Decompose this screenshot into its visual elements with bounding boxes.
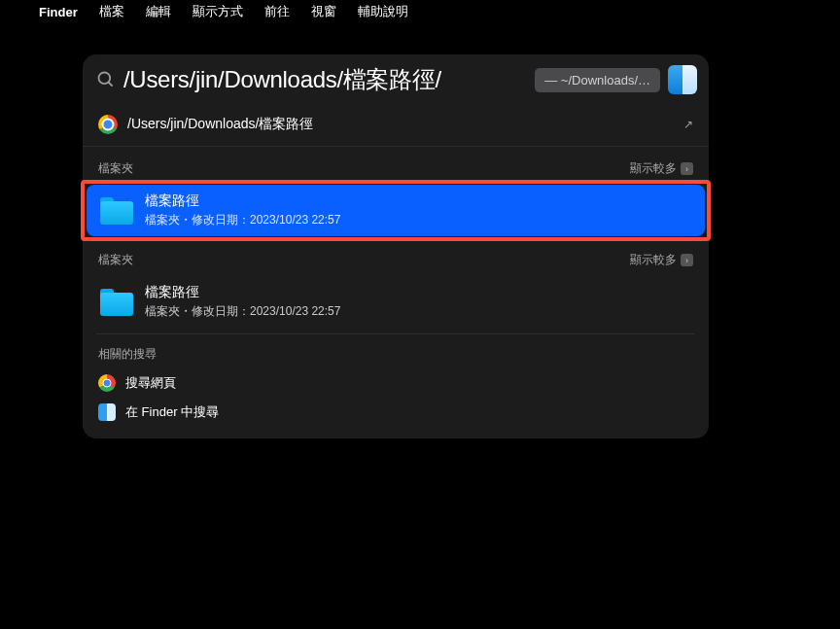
menubar-item-view[interactable]: 顯示方式 [192,3,243,20]
menubar-app-name[interactable]: Finder [39,5,78,19]
result-title: 檔案路徑 [145,284,340,301]
menubar: Finder 檔案 編輯 顯示方式 前往 視窗 輔助說明 [0,0,840,23]
menubar-item-go[interactable]: 前往 [264,3,290,20]
top-hit-text: /Users/jin/Downloads/檔案路徑 [127,116,683,133]
show-more-button[interactable]: 顯示較多 › [630,160,693,177]
folder-icon [100,289,133,316]
related-item-search-finder[interactable]: 在 Finder 中搜尋 [83,398,709,427]
menubar-item-file[interactable]: 檔案 [99,3,124,20]
search-icon [96,70,116,89]
chrome-icon [98,374,116,392]
menubar-item-window[interactable]: 視窗 [311,3,336,20]
section-label: 相關的搜尋 [98,346,157,363]
related-item-search-web[interactable]: 搜尋網頁 [83,368,709,398]
section-header-related: 相關的搜尋 [83,340,709,368]
top-hit-row[interactable]: /Users/jin/Downloads/檔案路徑 ↗ [83,105,709,147]
chevron-right-icon: › [681,162,693,175]
result-subtitle: 檔案夾・修改日期：2023/10/23 22:57 [145,212,340,228]
path-chip[interactable]: — ~/Downloads/… [535,68,660,92]
svg-point-0 [99,73,111,85]
related-item-label: 在 Finder 中搜尋 [125,403,219,421]
result-item-folder[interactable]: 檔案路徑 檔案夾・修改日期：2023/10/23 22:57 [87,276,705,328]
finder-icon[interactable] [668,65,697,94]
divider [96,333,695,334]
search-input[interactable]: /Users/jin/Downloads/檔案路徑/ [123,64,527,95]
show-more-button[interactable]: 顯示較多 › [630,252,693,268]
finder-icon [98,403,116,421]
related-item-label: 搜尋網頁 [125,374,176,392]
section-label: 檔案夾 [98,252,133,268]
result-subtitle: 檔案夾・修改日期：2023/10/23 22:57 [145,303,340,320]
menubar-item-help[interactable]: 輔助說明 [358,3,408,20]
open-arrow-icon: ↗ [683,118,693,131]
section-label: 檔案夾 [98,160,133,177]
result-title: 檔案路徑 [145,192,340,210]
chevron-right-icon: › [681,254,693,266]
menubar-item-edit[interactable]: 編輯 [146,3,171,20]
folder-icon [100,197,133,225]
section-header-folders-1: 檔案夾 顯示較多 › [83,147,709,183]
spotlight-panel: /Users/jin/Downloads/檔案路徑/ — ~/Downloads… [83,54,709,438]
result-item-folder-selected[interactable]: 檔案路徑 檔案夾・修改日期：2023/10/23 22:57 [87,185,705,236]
chrome-icon [98,115,118,134]
section-header-folders-2: 檔案夾 顯示較多 › [83,238,709,274]
search-row: /Users/jin/Downloads/檔案路徑/ — ~/Downloads… [83,54,709,105]
svg-line-1 [109,83,113,87]
